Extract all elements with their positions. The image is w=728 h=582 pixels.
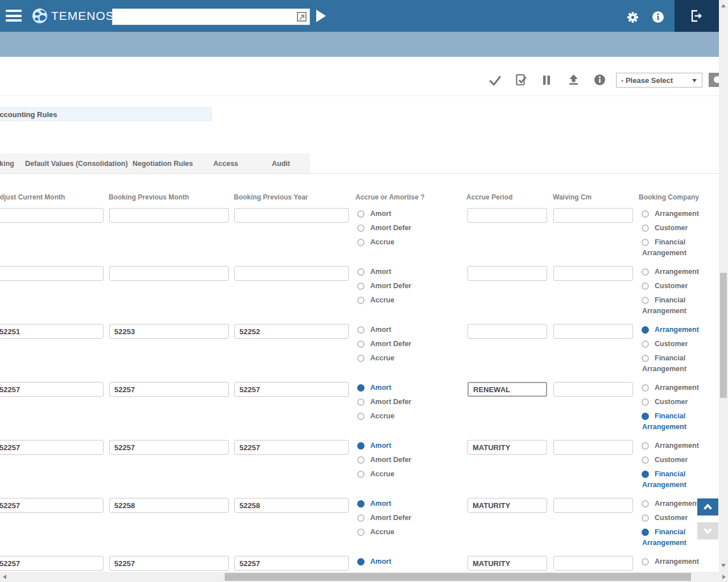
row7-adjust-current-month-input[interactable] xyxy=(0,556,104,571)
row6-amortise-amort-radio[interactable] xyxy=(357,500,365,508)
row1-accrue-period-input[interactable] xyxy=(468,208,547,223)
row6-booking-previous-month-input[interactable] xyxy=(109,498,229,513)
row5-booking-previous-year-input[interactable] xyxy=(234,440,349,455)
row3-booking-previous-year-input[interactable] xyxy=(234,324,349,339)
row3-adjust-current-month-input[interactable] xyxy=(0,324,104,339)
horizontal-scrollbar[interactable] xyxy=(0,572,728,582)
row2-booking-previous-month-input[interactable] xyxy=(109,266,229,281)
row7-booking-previous-year-input[interactable] xyxy=(234,556,349,571)
row2-adjust-current-month-input[interactable] xyxy=(0,266,104,281)
row1-amortise-accrue-radio[interactable] xyxy=(357,239,365,246)
column-header-booking-company: Booking Company xyxy=(639,193,699,201)
scrollbar-right-arrow-icon[interactable] xyxy=(722,575,726,579)
row1-company-financial-arrangement-radio[interactable] xyxy=(642,239,649,246)
row6-company-arrangement-radio[interactable] xyxy=(642,500,649,508)
row4-booking-previous-year-input[interactable] xyxy=(234,382,349,397)
row3-company-arrangement-radio[interactable] xyxy=(642,326,649,334)
row3-booking-previous-month-input[interactable] xyxy=(109,324,229,339)
row3-company-customer-radio[interactable] xyxy=(642,340,649,348)
row2-amortise-accrue-radio[interactable] xyxy=(357,297,365,304)
row5-amortise-amort-defer-radio[interactable] xyxy=(357,456,365,464)
row2-company-customer-label: Customer xyxy=(655,282,688,290)
vertical-scrollbar[interactable] xyxy=(719,0,728,572)
row7-accrue-period-input[interactable] xyxy=(468,556,547,571)
row6-company-financial-arrangement-radio[interactable] xyxy=(642,529,649,536)
row2-amortise-amort-radio[interactable] xyxy=(357,268,365,276)
row5-waiving-cm-input[interactable] xyxy=(553,440,633,455)
row1-company-arrangement-radio[interactable] xyxy=(642,210,649,218)
row6-amortise-amort-label: Amort xyxy=(370,500,391,508)
row1-waiving-cm-input[interactable] xyxy=(553,208,633,223)
accounting-rules-grid: Adjust Current MonthBooking Previous Mon… xyxy=(0,0,728,582)
row3-company-financial-arrangement-radio[interactable] xyxy=(642,355,649,362)
row6-amortise-accrue-radio[interactable] xyxy=(357,529,365,536)
row1-amortise-amort-radio[interactable] xyxy=(357,210,365,218)
row5-amortise-amort-radio[interactable] xyxy=(357,442,365,450)
scrollbar-down-arrow-icon[interactable] xyxy=(721,564,726,567)
row7-amortise-amort-radio[interactable] xyxy=(357,558,365,566)
row1-amortise-amort-label: Amort xyxy=(370,210,391,218)
row4-company-financial-arrangement-radio[interactable] xyxy=(642,413,649,420)
row6-adjust-current-month-input[interactable] xyxy=(0,498,104,513)
row3-company-customer-label: Customer xyxy=(655,340,688,348)
row2-amortise-amort-label: Amort xyxy=(370,268,391,276)
scrollbar-left-arrow-icon[interactable] xyxy=(3,575,6,579)
row3-waiving-cm-input[interactable] xyxy=(553,324,633,339)
row4-booking-previous-month-input[interactable] xyxy=(109,382,229,397)
row2-amortise-amort-defer-radio[interactable] xyxy=(357,282,365,290)
row6-accrue-period-input[interactable] xyxy=(468,498,547,513)
row3-amortise-accrue-radio[interactable] xyxy=(357,355,365,362)
row3-amortise-accrue-label: Accrue xyxy=(370,354,394,362)
row1-company-financial-arrangement-label: Arrangement xyxy=(642,249,686,257)
row2-company-arrangement-radio[interactable] xyxy=(642,268,649,276)
row2-waiving-cm-input[interactable] xyxy=(553,266,633,281)
row5-company-customer-radio[interactable] xyxy=(642,456,649,464)
horizontal-scrollbar-thumb[interactable] xyxy=(225,573,691,581)
scrollbar-up-arrow-icon[interactable] xyxy=(721,4,726,7)
row4-accrue-period-input[interactable] xyxy=(468,382,547,397)
row1-company-customer-radio[interactable] xyxy=(642,225,649,232)
row6-company-customer-label: Customer xyxy=(655,514,688,522)
row5-amortise-accrue-radio[interactable] xyxy=(357,471,365,478)
row5-amortise-amort-defer-label: Amort Defer xyxy=(370,456,411,464)
row4-waiving-cm-input[interactable] xyxy=(553,382,633,397)
chevron-down-icon xyxy=(703,527,713,534)
row4-amortise-amort-radio[interactable] xyxy=(357,384,365,392)
row1-booking-previous-month-input[interactable] xyxy=(109,208,229,223)
row3-amortise-amort-radio[interactable] xyxy=(357,326,365,334)
row7-booking-previous-month-input[interactable] xyxy=(109,556,229,571)
column-header-booking-previous-year: Booking Previous Year xyxy=(234,193,308,201)
row2-company-customer-radio[interactable] xyxy=(642,282,649,290)
row7-company-arrangement-radio[interactable] xyxy=(642,558,649,566)
row3-accrue-period-input[interactable] xyxy=(468,324,547,339)
column-header-adjust-current-month: Adjust Current Month xyxy=(0,193,65,201)
row6-booking-previous-year-input[interactable] xyxy=(234,498,349,513)
row1-amortise-amort-defer-radio[interactable] xyxy=(357,225,365,232)
row5-adjust-current-month-input[interactable] xyxy=(0,440,104,455)
row4-company-customer-radio[interactable] xyxy=(642,398,649,406)
row1-booking-previous-year-input[interactable] xyxy=(234,208,349,223)
row2-company-financial-arrangement-label: Financial xyxy=(655,296,685,304)
row4-adjust-current-month-input[interactable] xyxy=(0,382,104,397)
row4-company-arrangement-radio[interactable] xyxy=(642,384,649,392)
vertical-scrollbar-thumb[interactable] xyxy=(720,273,727,398)
row5-accrue-period-input[interactable] xyxy=(468,440,547,455)
row5-company-financial-arrangement-radio[interactable] xyxy=(642,471,649,478)
row7-waiving-cm-input[interactable] xyxy=(553,556,633,571)
row2-booking-previous-year-input[interactable] xyxy=(234,266,349,281)
row4-amortise-accrue-radio[interactable] xyxy=(357,413,365,420)
row5-booking-previous-month-input[interactable] xyxy=(109,440,229,455)
row5-company-arrangement-radio[interactable] xyxy=(642,442,649,450)
row2-accrue-period-input[interactable] xyxy=(468,266,547,281)
row3-amortise-amort-defer-radio[interactable] xyxy=(357,340,365,348)
row2-company-financial-arrangement-radio[interactable] xyxy=(642,297,649,304)
row4-amortise-amort-defer-label: Amort Defer xyxy=(370,398,411,406)
scroll-to-bottom-button[interactable] xyxy=(697,522,718,539)
row6-company-financial-arrangement-label: Arrangement xyxy=(642,539,686,547)
row1-adjust-current-month-input[interactable] xyxy=(0,208,104,223)
row4-amortise-amort-defer-radio[interactable] xyxy=(357,398,365,406)
row6-company-customer-radio[interactable] xyxy=(642,514,649,522)
row6-waiving-cm-input[interactable] xyxy=(553,498,633,513)
row6-amortise-amort-defer-radio[interactable] xyxy=(357,514,365,522)
scroll-to-top-button[interactable] xyxy=(697,498,718,516)
